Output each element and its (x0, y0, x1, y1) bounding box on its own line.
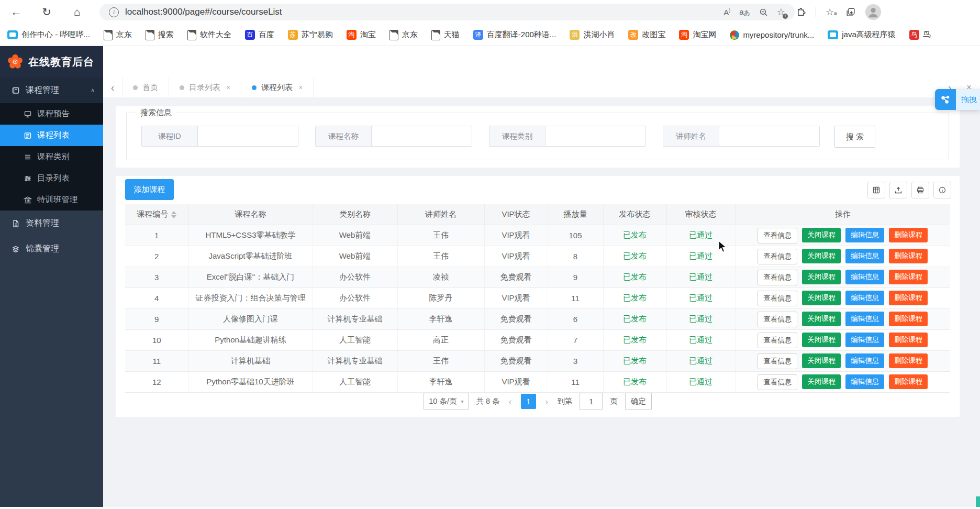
search-input[interactable] (719, 126, 819, 146)
favorites-bar-icon[interactable]: ☆≡ (826, 6, 837, 18)
bookmark-item[interactable]: 鸟鸟 (909, 30, 931, 40)
edit-info-button[interactable]: 编辑信息 (845, 270, 884, 284)
sidebar-item-目录列表[interactable]: 目录列表 (0, 168, 103, 189)
drag-widget[interactable]: 拖拽 (935, 89, 980, 110)
extensions-icon[interactable] (797, 7, 806, 17)
read-aloud-icon[interactable]: A) (723, 8, 730, 17)
edit-info-button[interactable]: 编辑信息 (845, 249, 884, 263)
columns-filter-icon[interactable] (867, 182, 885, 198)
zoom-out-icon[interactable] (759, 8, 768, 17)
info-icon[interactable] (933, 182, 951, 198)
sidebar-item-课程类别[interactable]: 课程类别 (0, 146, 103, 168)
close-course-button[interactable]: 关闭课程 (802, 270, 841, 284)
home-icon[interactable]: ⌂ (69, 4, 85, 20)
sidebar-item-课程列表[interactable]: 课程列表 (0, 125, 103, 146)
widget-cluster-icon[interactable] (935, 89, 956, 110)
view-info-button[interactable]: 查看信息 (758, 353, 797, 369)
print-icon[interactable] (911, 182, 929, 198)
site-info-icon[interactable]: i (109, 7, 119, 17)
bookmark-item[interactable]: java高级程序猿 (828, 30, 896, 40)
delete-course-button[interactable]: 删除课程 (889, 270, 928, 284)
search-button[interactable]: 搜 索 (834, 126, 875, 148)
delete-course-button[interactable]: 删除课程 (889, 374, 928, 389)
tab-scroll-left-icon[interactable]: ‹ (103, 78, 122, 97)
url-bar[interactable]: i localhost:9000/page#/course/courseList… (99, 4, 795, 20)
view-info-button[interactable]: 查看信息 (758, 312, 797, 327)
bookmark-item[interactable]: 天猫 (431, 30, 460, 40)
search-input[interactable] (372, 126, 472, 146)
sidebar-item-特训班管理[interactable]: 特训班管理 (0, 189, 103, 211)
search-input[interactable] (545, 126, 645, 146)
edit-info-button[interactable]: 编辑信息 (845, 333, 884, 347)
sidebar-section-课程管理[interactable]: 课程管理∧ (0, 78, 103, 103)
delete-course-button[interactable]: 删除课程 (889, 312, 928, 326)
status-text: 已通过 (689, 251, 712, 260)
goto-confirm-button[interactable]: 确定 (625, 393, 652, 410)
bookmark-item[interactable]: 淘淘宝 (347, 30, 376, 40)
cell-publish-status: 已发布 (603, 288, 666, 309)
goto-page-input[interactable] (580, 393, 603, 410)
back-icon[interactable]: ← (8, 4, 24, 20)
sort-icon[interactable] (171, 211, 176, 218)
page-size-select[interactable]: 10 条/页 ▾ (424, 393, 469, 410)
view-info-button[interactable]: 查看信息 (758, 228, 797, 244)
view-info-button[interactable]: 查看信息 (758, 291, 797, 306)
delete-course-button[interactable]: 删除课程 (889, 333, 928, 347)
export-icon[interactable] (889, 182, 907, 198)
bookmark-item[interactable]: 淘淘宝网 (679, 30, 716, 40)
search-input[interactable] (198, 126, 298, 146)
close-course-button[interactable]: 关闭课程 (802, 249, 841, 263)
profile-avatar[interactable] (865, 4, 882, 20)
sidebar-section-资料管理[interactable]: 资料管理 (0, 211, 103, 236)
view-info-button[interactable]: 查看信息 (758, 374, 797, 390)
bookmark-item[interactable]: 百百度 (245, 30, 274, 40)
delete-course-button[interactable]: 删除课程 (889, 228, 928, 242)
delete-course-button[interactable]: 删除课程 (889, 291, 928, 305)
edit-info-button[interactable]: 编辑信息 (845, 374, 884, 389)
close-course-button[interactable]: 关闭课程 (802, 291, 841, 305)
bookmark-item[interactable]: 京东 (389, 30, 418, 40)
sidebar-section-锦囊管理[interactable]: 锦囊管理 (0, 236, 103, 262)
bookmark-item[interactable]: 京东 (104, 30, 132, 40)
bookmark-item[interactable]: 苏苏宁易购 (288, 30, 333, 40)
close-course-button[interactable]: 关闭课程 (802, 312, 841, 326)
column-header-课程编号[interactable]: 课程编号 (125, 204, 188, 225)
edit-info-button[interactable]: 编辑信息 (845, 291, 884, 305)
bookmark-item[interactable]: myrepository/trunk... (730, 30, 814, 40)
close-course-button[interactable]: 关闭课程 (802, 374, 841, 389)
sidebar-item-课程预告[interactable]: 课程预告 (0, 103, 103, 125)
edit-info-button[interactable]: 编辑信息 (845, 312, 884, 326)
delete-course-button[interactable]: 删除课程 (889, 353, 928, 368)
tab-首页[interactable]: 首页 (122, 78, 169, 97)
delete-course-button[interactable]: 删除课程 (889, 249, 928, 263)
favorite-add-icon[interactable]: ☆ (777, 6, 785, 18)
view-info-button[interactable]: 查看信息 (758, 333, 797, 348)
refresh-icon[interactable]: ↻ (39, 4, 54, 20)
bookmark-item[interactable]: 洪洪湖小肖 (570, 30, 615, 40)
prev-page-icon[interactable]: ‹ (507, 396, 514, 407)
collections-icon[interactable] (846, 7, 855, 17)
bookmark-item[interactable]: 译百度翻译-200种语... (473, 30, 556, 40)
close-course-button[interactable]: 关闭课程 (802, 333, 841, 347)
cell-audit-status: 已通过 (666, 309, 735, 330)
view-info-button[interactable]: 查看信息 (758, 249, 797, 264)
translate-icon[interactable]: aあ (739, 7, 750, 17)
view-info-button[interactable]: 查看信息 (758, 270, 797, 285)
bookmark-item[interactable]: 软件大全 (187, 30, 231, 40)
next-page-icon[interactable]: › (543, 396, 550, 407)
bookmark-item[interactable]: 创作中心 - 哔哩哔... (7, 30, 90, 40)
drag-widget-label[interactable]: 拖拽 (956, 89, 980, 110)
tab-close-icon[interactable]: × (298, 83, 303, 92)
bookmark-item[interactable]: 改改图宝 (628, 30, 665, 40)
edit-info-button[interactable]: 编辑信息 (845, 353, 884, 368)
close-course-button[interactable]: 关闭课程 (802, 228, 841, 242)
add-course-button[interactable]: 添加课程 (125, 179, 174, 200)
tab-课程列表[interactable]: 课程列表× (241, 78, 314, 97)
tab-close-icon[interactable]: × (226, 83, 230, 92)
edit-info-button[interactable]: 编辑信息 (845, 228, 884, 242)
tab-目录列表[interactable]: 目录列表× (169, 78, 241, 97)
close-course-button[interactable]: 关闭课程 (802, 353, 841, 368)
cell-course-id: 2 (125, 246, 188, 267)
current-page[interactable]: 1 (521, 394, 536, 409)
bookmark-item[interactable]: 搜索 (146, 30, 174, 40)
